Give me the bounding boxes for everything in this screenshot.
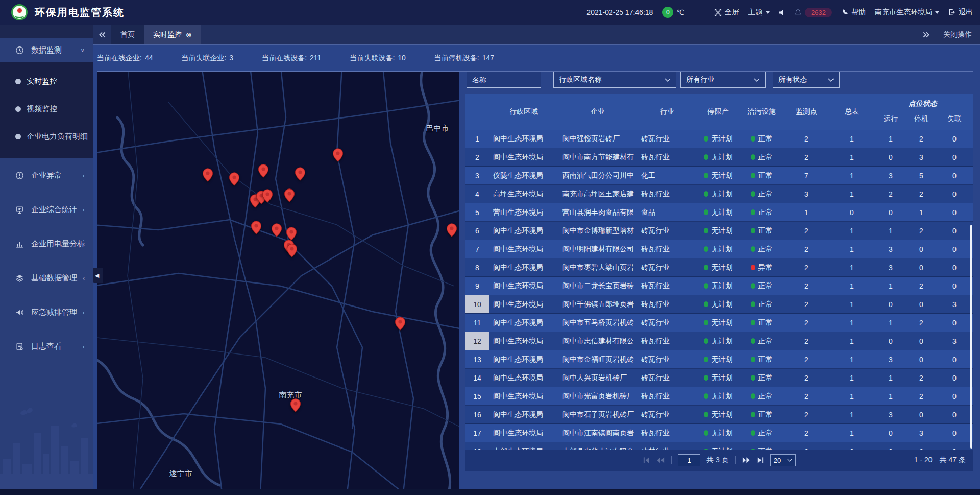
cell-industry: 砖瓦行业	[637, 130, 697, 148]
industry-filter-select[interactable]: 所有行业	[680, 72, 766, 88]
cell-points: 2	[784, 387, 829, 405]
sidebar-submenu-item[interactable]: 实时监控	[0, 67, 93, 95]
theme-dropdown[interactable]: 主题	[748, 8, 770, 17]
map-roads	[97, 72, 459, 489]
tab[interactable]: 实时监控 ⊗	[144, 25, 201, 44]
name-filter-input[interactable]	[467, 72, 541, 88]
close-operations-button[interactable]: 关闭操作	[943, 30, 972, 39]
page-size-select[interactable]: 20	[770, 454, 796, 466]
table-row[interactable]: 5 营山生态环境局 营山县润丰肉食品有限 食品 无计划 正常 1 0 0	[465, 203, 973, 222]
map-pin-marker[interactable]	[287, 244, 298, 257]
prev-page-button[interactable]	[656, 457, 665, 464]
sidebar-group-data-monitor[interactable]: 数据监测 ∨	[0, 38, 93, 62]
sidebar-group[interactable]: 企业综合统计 ‹	[0, 193, 93, 227]
tabs-scroll-right-button[interactable]	[922, 32, 930, 38]
table-row[interactable]: 14 阆中生态环境局 阆中大兴页岩机砖厂 砖瓦行业 无计划 正常 2 1 1	[465, 369, 973, 387]
cell-meters: 1	[829, 130, 875, 148]
tabs-scroll-left-button[interactable]	[93, 25, 111, 44]
cell-lost: 0	[936, 277, 973, 295]
org-dropdown[interactable]: 南充市生态环境局	[875, 8, 939, 17]
cell-company: 阆中市金博瑞新型墙材	[558, 222, 637, 240]
cell-meters: 1	[829, 369, 875, 387]
table-row[interactable]: 3 仪陇生态环境局 西南油气田分公司川中 化工 无计划 正常 7 1 3	[465, 167, 973, 185]
table-row[interactable]: 15 阆中生态环境局 阆中市光富页岩机砖厂 砖瓦行业 无计划 正常 2 1 1	[465, 387, 973, 406]
map-pin-marker[interactable]	[286, 227, 297, 241]
cell-region: 阆中生态环境局	[489, 258, 558, 276]
map-collapse-handle[interactable]: ◀	[91, 268, 103, 283]
filter-bar: 行政区域名称 所有行业 所有状态	[465, 72, 973, 88]
table-row[interactable]: 16 阆中生态环境局 阆中市石子页岩机砖厂 砖瓦行业 无计划 正常 2 1 3	[465, 406, 973, 424]
map-pin-marker[interactable]	[262, 189, 273, 203]
sidebar-submenu-item[interactable]: 企业电力负荷明细	[0, 123, 93, 150]
stats-bar: 当前在线企业: 44 当前失联企业: 3 当前在线设备: 211 当前失联设备:…	[97, 45, 973, 72]
row-number: 12	[465, 332, 489, 350]
cell-facility: 正常	[739, 295, 784, 313]
tab-close-icon[interactable]: ⊗	[186, 31, 192, 38]
table-scrollbar-thumb[interactable]	[970, 225, 972, 449]
logout-button[interactable]: 退出	[948, 8, 973, 17]
notifications[interactable]: 2632	[794, 8, 832, 17]
status-filter-select[interactable]: 所有状态	[773, 72, 840, 88]
status-dot-green	[704, 209, 708, 215]
last-page-button[interactable]	[756, 457, 764, 464]
table-row[interactable]: 4 高坪生态环境局 南充市高坪区王家店建 砖瓦行业 无计划 正常 3 1 2	[465, 185, 973, 203]
table-row[interactable]: 7 阆中生态环境局 阆中明阳建材有限公司 砖瓦行业 无计划 正常 2 1 3	[465, 240, 973, 258]
table-row[interactable]: 1 阆中生态环境局 阆中强锐页岩砖厂 砖瓦行业 无计划 正常 2 1 1	[465, 130, 973, 148]
table-row[interactable]: 6 阆中生态环境局 阆中市金博瑞新型墙材 砖瓦行业 无计划 正常 2 1 1	[465, 222, 973, 240]
table-row[interactable]: 8 阆中生态环境局 阆中市枣碧大梁山页岩 砖瓦行业 无计划 异常 2 1 3	[465, 258, 973, 277]
next-page-button[interactable]	[742, 457, 750, 464]
map-pin-marker[interactable]	[229, 172, 240, 186]
page-number-input[interactable]	[678, 454, 700, 466]
sidebar-group[interactable]: 应急减排管理 ‹	[0, 295, 93, 329]
cell-company: 南部县砌华小河有限公	[558, 442, 637, 450]
voice-mute-button[interactable]	[779, 9, 785, 16]
sidebar-groups: 企业异常 ‹ 企业综合统计 ‹ 企业用电量分析 ‹ 基础数据管理	[0, 158, 93, 364]
stat-label: 当前失联企业:	[181, 54, 226, 63]
sidebar-group[interactable]: 日志查看 ‹	[0, 329, 93, 364]
cell-halt: 0	[906, 258, 936, 276]
map-pin-marker[interactable]	[284, 188, 295, 202]
row-number: 8	[465, 258, 489, 276]
tabs: 首页 实时监控 ⊗	[111, 25, 201, 44]
first-page-button[interactable]	[643, 457, 650, 464]
sidebar-group[interactable]: 企业异常 ‹	[0, 158, 93, 193]
map-pin-marker[interactable]	[251, 221, 262, 234]
table-row[interactable]: 11 阆中生态环境局 阆中市五马桥页岩机砖 砖瓦行业 无计划 正常 2 1 1	[465, 314, 973, 332]
cell-points: 2	[784, 424, 829, 442]
fullscreen-button[interactable]: 全屏	[714, 8, 739, 17]
cell-meters: 1	[829, 240, 875, 258]
map-pin-marker[interactable]	[272, 223, 282, 237]
table-row[interactable]: 13 阆中生态环境局 阆中市金福旺页岩机砖 砖瓦行业 无计划 正常 2 1 3	[465, 350, 973, 369]
monitor-icon	[15, 46, 24, 55]
help-button[interactable]: 帮助	[841, 8, 866, 17]
status-dot	[751, 228, 755, 233]
map-pin-marker[interactable]	[295, 167, 306, 181]
cell-run: 1	[875, 277, 906, 295]
cell-lost: 0	[936, 130, 973, 148]
region-filter-select[interactable]: 行政区域名称	[553, 72, 676, 88]
table-row[interactable]: 18 南部生态环境局 南部县砌华小河有限公 建材行业 无计划 正常 6 0 0	[465, 442, 973, 450]
table-row[interactable]: 9 阆中生态环境局 阆中市二龙长宝页岩砖 砖瓦行业 无计划 正常 2 1 1	[465, 277, 973, 295]
map-pin-marker[interactable]	[447, 223, 457, 237]
map-pin-marker[interactable]	[258, 164, 269, 178]
map-pin-marker[interactable]	[290, 398, 301, 412]
sidebar-submenu-item[interactable]: 视频监控	[0, 95, 93, 123]
cell-facility: 正常	[739, 424, 784, 442]
exit-icon	[948, 9, 955, 16]
tab[interactable]: 首页	[111, 25, 144, 44]
tab-bar: 首页 实时监控 ⊗ 关闭操作	[93, 25, 980, 45]
map-pin-marker[interactable]	[333, 148, 344, 162]
table-row[interactable]: 10 阆中生态环境局 阆中千佛镇五郎垭页岩 砖瓦行业 无计划 正常 2 1 0	[465, 295, 973, 314]
sidebar-group[interactable]: 企业用电量分析 ‹	[0, 227, 93, 261]
row-number: 17	[465, 424, 489, 442]
table-row[interactable]: 12 阆中生态环境局 阆中市忠信建材有限公 砖瓦行业 无计划 正常 2 1 0	[465, 332, 973, 350]
cell-facility: 正常	[739, 332, 784, 350]
table-row[interactable]: 2 阆中生态环境局 阆中市南方节能建材有 砖瓦行业 无计划 正常 2 1 0	[465, 148, 973, 167]
map-pin-marker[interactable]	[203, 168, 213, 182]
status-dot-green	[704, 173, 708, 178]
map-canvas[interactable]: 巴中市 南充市 遂宁市	[97, 72, 459, 489]
map-pin-marker[interactable]	[395, 317, 406, 331]
table-row[interactable]: 17 阆中生态环境局 阆中市江南镇阆南页岩 砖瓦行业 无计划 正常 2 1 0	[465, 424, 973, 442]
sidebar-group[interactable]: 基础数据管理 ‹	[0, 261, 93, 295]
chevron-left-icon: ‹	[83, 343, 85, 350]
